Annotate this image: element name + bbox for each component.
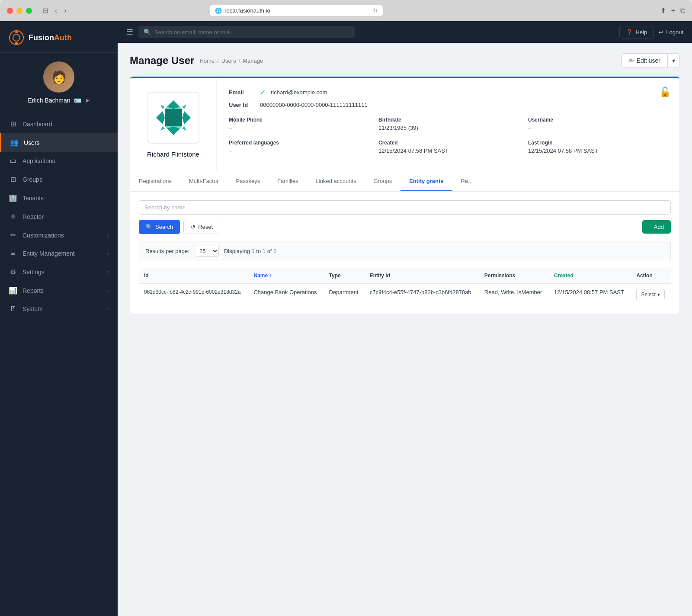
select-action-button[interactable]: Select ▾ (636, 289, 664, 300)
sidebar: FusionAuth 🧑 Erlich Bachman 🪪 ➤ ⊞ Dashbo… (0, 21, 118, 616)
tab-families[interactable]: Families (269, 172, 307, 191)
back-icon[interactable]: ‹ (53, 6, 59, 16)
logout-button[interactable]: ↩ Logout (659, 29, 683, 35)
hamburger-icon[interactable]: ☰ (126, 27, 133, 37)
id-card-icon: 🪪 (74, 97, 81, 104)
cell-permissions: Read, Write, IsMember (479, 283, 549, 305)
globe-icon: 🌐 (215, 7, 222, 14)
dashboard-icon: ⊞ (9, 120, 17, 128)
preferred-languages-label: Preferred languages (229, 140, 368, 146)
created-label: Created (378, 140, 518, 146)
svg-marker-13 (160, 105, 165, 109)
user-avatar-section: Richard Flintstone (130, 78, 217, 172)
new-tab-icon[interactable]: + (671, 6, 675, 15)
add-button[interactable]: + Add (642, 220, 671, 234)
chevron-down-icon: ▾ (672, 57, 675, 64)
url-text: local.fusionauth.io (225, 7, 270, 14)
col-header-created: Created (549, 268, 631, 283)
search-icon: 🔍 (144, 29, 151, 35)
preferred-languages-cell: Preferred languages – (229, 140, 368, 154)
sidebar-item-users[interactable]: 👥 Users (0, 133, 118, 152)
close-button[interactable] (7, 8, 13, 14)
sidebar-item-tenants[interactable]: 🏢 Tenants (0, 189, 118, 207)
col-header-entity-id: Entity Id (365, 268, 479, 283)
sidebar-item-label: Reports (22, 287, 102, 294)
help-button[interactable]: ❓ Help (619, 26, 654, 38)
cell-created: 12/15/2024 08:57 PM SAST (549, 283, 631, 305)
sidebar-item-dashboard[interactable]: ⊞ Dashboard (0, 115, 118, 133)
svg-point-1 (13, 34, 20, 41)
search-input[interactable] (154, 29, 349, 35)
minimize-button[interactable] (16, 8, 22, 14)
users-icon: 👥 (10, 138, 19, 147)
maximize-button[interactable] (26, 8, 32, 14)
tab-linked-accounts[interactable]: Linked accounts (307, 172, 365, 191)
browser-controls: ⊟ ‹ › (41, 6, 68, 16)
reload-icon[interactable]: ↻ (373, 7, 378, 14)
tabs-icon[interactable]: ⧉ (680, 6, 685, 15)
sidebar-item-label: Entity Management (22, 250, 102, 257)
userid-value: 00000000-0000-0000-0000-111111111111 (260, 102, 368, 108)
preferred-languages-value: – (229, 148, 368, 154)
sidebar-item-groups[interactable]: ⊡ Groups (0, 170, 118, 189)
sidebar-item-applications[interactable]: 🗂 Applications (0, 152, 118, 170)
sidebar-item-reports[interactable]: 📊 Reports ‹ (0, 281, 118, 300)
tab-entity-grants[interactable]: Entity grants (400, 172, 452, 191)
share-icon[interactable]: ⬆ (660, 6, 666, 15)
fusionauth-logo-icon (9, 30, 24, 45)
avatar-svg (152, 96, 195, 139)
username-label: Username (528, 117, 667, 123)
last-login-label: Last login (528, 140, 667, 146)
userid-row: User Id 00000000-0000-0000-0000-11111111… (229, 102, 667, 108)
entity-search-input[interactable] (139, 200, 671, 215)
search-button[interactable]: 🔍 Search (139, 220, 180, 234)
search-row (139, 200, 671, 215)
sidebar-item-entity-management[interactable]: ≡ Entity Management ‹ (0, 244, 118, 263)
sidebar-item-label: Settings (22, 269, 102, 276)
tabs-container: Registrations Multi-Factor Passkeys Fami… (130, 172, 679, 192)
col-header-name[interactable]: Name ↑ (248, 268, 324, 283)
sidebar-toggle-icon[interactable]: ⊟ (41, 6, 50, 16)
email-row: Email ✓ richard@example.com (229, 88, 667, 96)
edit-user-button-group: ✏ Edit user ▾ (622, 53, 680, 68)
edit-user-dropdown-button[interactable]: ▾ (668, 53, 680, 68)
breadcrumb-separator: / (217, 58, 219, 64)
sort-asc-icon: ↑ (269, 273, 272, 279)
edit-icon: ✏ (629, 57, 634, 64)
breadcrumb-home[interactable]: Home (199, 58, 215, 64)
reset-button[interactable]: ↺ Reset (183, 220, 220, 234)
tab-registrations[interactable]: Registrations (130, 172, 180, 191)
svg-marker-8 (182, 111, 191, 124)
content-area: Manage User Home / Users / Manage ✏ Edit… (118, 43, 692, 616)
chevron-left-icon: ‹ (107, 269, 109, 275)
breadcrumb: Home / Users / Manage (199, 58, 263, 64)
forward-icon[interactable]: › (62, 6, 68, 16)
tab-multi-factor[interactable]: Multi-Factor (180, 172, 227, 191)
svg-marker-15 (160, 126, 165, 131)
sidebar-item-settings[interactable]: ⚙ Settings ‹ (0, 263, 118, 281)
svg-marker-16 (182, 126, 186, 131)
breadcrumb-users[interactable]: Users (221, 58, 236, 64)
search-bar[interactable]: 🔍 (138, 26, 355, 38)
edit-user-button[interactable]: ✏ Edit user (622, 53, 668, 68)
results-text: Displaying 1 to 1 of 1 (224, 248, 276, 254)
address-bar[interactable]: 🌐 local.fusionauth.io ↻ (210, 5, 383, 16)
sidebar-item-reactor[interactable]: ⚛ Reactor (0, 207, 118, 226)
sidebar-username: Erlich Bachman 🪪 ➤ (28, 97, 90, 104)
tab-re[interactable]: Re... (452, 172, 481, 191)
per-page-select[interactable]: 25 50 100 (195, 246, 219, 257)
breadcrumb-separator: / (239, 58, 240, 64)
table-header: Id Name ↑ Type Entity Id Permissions Cre… (139, 268, 671, 283)
page-title-area: Manage User Home / Users / Manage (130, 55, 263, 67)
browser-titlebar: ⊟ ‹ › 🌐 local.fusionauth.io ↻ ⬆ + ⧉ (0, 0, 692, 21)
chevron-left-icon: ‹ (107, 288, 109, 294)
sidebar-item-system[interactable]: 🖥 System ‹ (0, 300, 118, 318)
tab-passkeys[interactable]: Passkeys (227, 172, 269, 191)
search-btn-icon: 🔍 (146, 224, 153, 230)
traffic-lights (7, 8, 32, 14)
svg-point-3 (15, 42, 18, 45)
reset-icon: ↺ (191, 224, 195, 230)
tab-groups[interactable]: Groups (365, 172, 401, 191)
col-header-id: Id (139, 268, 248, 283)
sidebar-item-customizations[interactable]: ✏ Customizations ‹ (0, 226, 118, 244)
